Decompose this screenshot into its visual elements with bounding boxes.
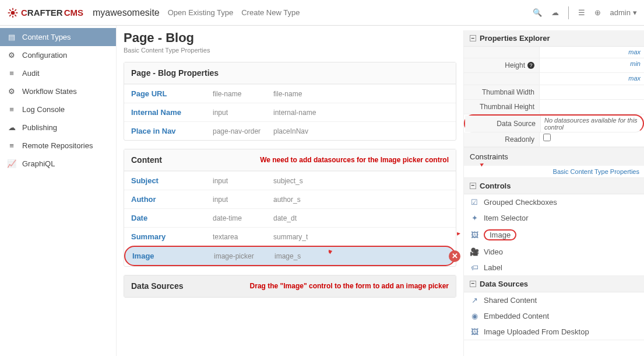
property-row-image[interactable]: Image image-picker image_s ✕ [124, 246, 456, 266]
sidebar-item-graphiql[interactable]: 📈 GraphiQL [0, 155, 116, 173]
annotation-drag-image: Drag the "Image" control to the form to … [250, 282, 449, 290]
sidebar-item-content-types[interactable]: ▤ Content Types [0, 28, 116, 46]
pe-hint[interactable]: max [540, 47, 644, 58]
pe-row-thumb-height: Thumbnail Height [464, 100, 644, 114]
collapse-icon[interactable]: − [470, 183, 476, 189]
readonly-checkbox[interactable] [543, 134, 551, 141]
sidebar-item-label: Log Console [22, 105, 65, 114]
ds-embedded-content[interactable]: ◉ Embedded Content [464, 308, 644, 324]
nav-divider [568, 6, 569, 19]
pe-label: Data Source [465, 116, 541, 132]
property-row[interactable]: Author input author_s [124, 190, 456, 208]
collapse-icon[interactable]: − [470, 35, 476, 41]
property-label: Place in Nav [131, 127, 213, 135]
sidebar-item-configuration[interactable]: ⚙ Configuration [0, 46, 116, 64]
svg-line-5 [9, 9, 11, 11]
sidebar-item-log-console[interactable]: ≡ Log Console [0, 100, 116, 118]
ds-image-uploaded-desktop[interactable]: 🖼 Image Uploaded From Desktop [464, 324, 644, 340]
panel-page-blog-properties: Page - Blog Properties Page URL file-nam… [124, 62, 456, 141]
cloud-icon[interactable]: ☁ [551, 8, 559, 17]
lines-icon: ≡ [7, 141, 16, 150]
pe-hint[interactable]: min [540, 58, 644, 72]
pe-checkbox-cell [540, 132, 644, 146]
property-row[interactable]: Internal Name input internal-name [124, 103, 456, 121]
data-sources-heading[interactable]: − Data Sources [464, 276, 644, 292]
ds-label: Embedded Content [484, 312, 549, 320]
controls-section: − Controls ☑ Grouped Checkboxes ✦ Item S… [464, 178, 644, 276]
pe-input[interactable] [540, 100, 644, 114]
pe-label: Height ? [464, 58, 540, 72]
admin-label: admin [610, 8, 631, 17]
pe-label: Readonly [464, 132, 540, 146]
sidebar-item-label: Remote Repositories [22, 141, 93, 150]
embed-icon: ◉ [470, 312, 479, 320]
property-control: file-name [213, 90, 273, 98]
property-label: Date [131, 214, 213, 222]
property-row[interactable]: Page URL file-name file-name [124, 84, 456, 103]
image-icon: 🖼 [470, 231, 479, 239]
pe-label [464, 47, 540, 58]
navbar: CRAFTERCMS myawesomesite Open Existing T… [0, 0, 644, 26]
pe-row-datasource: Data Source No datasources available for… [464, 114, 644, 132]
center-pane: Page - Blog Basic Content Type Propertie… [121, 30, 463, 356]
section-title: Data Sources [480, 280, 528, 288]
control-image[interactable]: 🖼 Image [464, 226, 644, 244]
ds-label: Shared Content [484, 296, 537, 305]
nav-create-new[interactable]: Create New Type [241, 8, 300, 17]
menu-icon[interactable]: ☰ [578, 8, 585, 17]
property-var: internal-name [273, 109, 316, 117]
globe-icon[interactable]: ⊕ [594, 8, 601, 17]
control-item-selector[interactable]: ✦ Item Selector [464, 210, 644, 226]
property-var: summary_t [273, 233, 308, 241]
panel-heading: Data Sources Drag the "Image" control to… [124, 275, 456, 297]
sidebar-item-publishing[interactable]: ☁ Publishing [0, 118, 116, 137]
search-icon[interactable]: 🔍 [533, 8, 542, 17]
property-var: file-name [273, 90, 302, 98]
tag-icon: 🏷 [470, 263, 479, 272]
control-label[interactable]: 🏷 Label [464, 260, 644, 275]
control-grouped-checkboxes[interactable]: ☑ Grouped Checkboxes [464, 194, 644, 210]
property-row[interactable]: Summary textarea summary_t [124, 227, 456, 246]
page-title: Page - Blog [124, 30, 456, 46]
logo[interactable]: CRAFTERCMS [7, 7, 83, 19]
property-label: Summary [131, 232, 213, 241]
property-control: page-nav-order [213, 127, 273, 135]
pe-row: max [464, 47, 644, 58]
panel-heading-text: Data Sources [131, 281, 183, 291]
property-row[interactable]: Place in Nav page-nav-order placeInNav [124, 121, 456, 140]
basic-content-type-link[interactable]: Basic Content Type Properties [464, 166, 644, 177]
control-video[interactable]: 🎥 Video [464, 244, 644, 260]
admin-menu[interactable]: admin ▾ [610, 8, 637, 17]
chart-icon: 📈 [7, 159, 16, 168]
constraints-heading[interactable]: Constraints [464, 147, 644, 166]
property-var: author_s [273, 196, 301, 204]
property-var: image_s [275, 252, 301, 260]
nav-right: 🔍 ☁ ☰ ⊕ admin ▾ [533, 6, 637, 19]
sidebar-item-remote-repositories[interactable]: ≡ Remote Repositories [0, 137, 116, 155]
collapse-icon[interactable]: − [470, 281, 476, 287]
pe-input[interactable] [540, 85, 644, 99]
sidebar-item-label: Configuration [22, 51, 67, 60]
properties-explorer-heading[interactable]: − Properties Explorer [464, 30, 644, 47]
property-var: date_dt [273, 214, 297, 222]
property-var: subject_s [273, 177, 303, 185]
pe-label: Thumbnail Width [464, 85, 540, 99]
info-icon[interactable]: ? [527, 62, 534, 69]
pe-hint[interactable]: max [540, 73, 644, 84]
sidebar-item-audit[interactable]: ≡ Audit [0, 64, 116, 82]
pe-datasource-message: No datasources available for this contro… [541, 116, 643, 132]
controls-heading[interactable]: − Controls [464, 178, 644, 194]
property-row[interactable]: Date date-time date_dt [124, 208, 456, 227]
nav-open-existing[interactable]: Open Existing Type [168, 8, 234, 17]
delete-row-button[interactable]: ✕ [449, 250, 460, 262]
checkbox-icon: ☑ [470, 198, 479, 207]
ds-shared-content[interactable]: ↗ Shared Content [464, 292, 644, 308]
cloud-icon: ☁ [7, 123, 16, 132]
svg-line-8 [15, 9, 16, 11]
control-label: Video [484, 247, 503, 256]
control-label-text: Label [484, 263, 502, 272]
sidebar-item-workflow-states[interactable]: ⚙ Workflow States [0, 82, 116, 100]
page-subtitle: Basic Content Type Properties [124, 47, 456, 54]
list-icon: ▤ [7, 33, 16, 41]
property-row[interactable]: Subject input subject_s [124, 171, 456, 190]
